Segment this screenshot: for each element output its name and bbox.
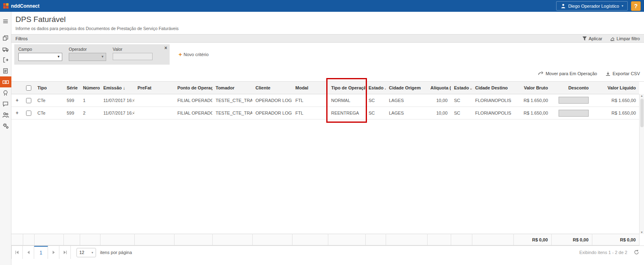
table-row[interactable]: + CTe 599 2 11/07/2017 16:48 FILIAL OPER… xyxy=(11,107,639,119)
remove-criteria-button[interactable]: × xyxy=(164,46,167,50)
select-all-header xyxy=(23,82,34,94)
scroll-up-icon[interactable]: ▲ xyxy=(640,94,643,97)
discount-input[interactable] xyxy=(559,110,589,117)
cell-desconto xyxy=(551,94,592,107)
cell-tomador: TESTE_CTE_TRANSP xyxy=(212,107,252,119)
scroll-down-icon[interactable]: ▼ xyxy=(640,231,643,234)
cell-cliente: OPERADOR LOGISTIC... xyxy=(252,107,292,119)
previous-page-button[interactable] xyxy=(23,246,34,259)
logout-icon[interactable] xyxy=(0,54,11,65)
operador-select[interactable]: ▼ xyxy=(69,53,106,61)
page-size-select[interactable]: 12 ▾ xyxy=(76,248,96,257)
export-csv-button[interactable]: Exportar CSV xyxy=(605,71,640,76)
certificate-icon[interactable] xyxy=(0,87,11,98)
cell-estado-destino: SC xyxy=(451,94,472,107)
column-prefat[interactable]: PreFat xyxy=(134,82,174,94)
brand-logo-icon xyxy=(3,3,9,9)
column-valor-bruto[interactable]: Valor Bruto xyxy=(513,82,551,94)
cell-valor-bruto: R$ 1.650,00 xyxy=(513,94,551,107)
clear-filter-button[interactable]: Limpar filtro xyxy=(610,36,640,41)
topbar: nddConnect Diego Operador Logístico ▾ ? xyxy=(0,0,644,12)
column-serie[interactable]: Série xyxy=(63,82,80,94)
select-arrow-icon: ▼ xyxy=(57,55,60,59)
truck-icon[interactable] xyxy=(0,43,11,54)
chat-icon[interactable] xyxy=(0,98,11,109)
pagination-bar: 1 12 ▾ itens por página Exibindo itens 1… xyxy=(11,245,644,259)
select-all-checkbox[interactable] xyxy=(26,85,31,91)
users-icon[interactable] xyxy=(0,109,11,120)
first-page-button[interactable] xyxy=(11,246,23,259)
expand-row-button[interactable]: + xyxy=(11,94,23,107)
campo-select[interactable]: ▼ xyxy=(18,53,62,61)
cell-ponto-operacao: FILIAL OPERADOR DI... xyxy=(174,94,212,107)
grid-empty-area xyxy=(11,119,644,234)
column-desconto[interactable]: Desconto xyxy=(551,82,592,94)
expand-row-button[interactable]: + xyxy=(11,107,23,119)
apply-filter-button[interactable]: Aplicar xyxy=(582,36,603,41)
cell-ponto-operacao: FILIAL OPERADOR DI... xyxy=(174,107,212,119)
row-select-cell xyxy=(23,94,34,107)
discount-input[interactable] xyxy=(559,97,589,104)
copy-icon[interactable] xyxy=(0,33,11,43)
page-number-button[interactable]: 1 xyxy=(34,246,48,259)
settings-icon[interactable] xyxy=(0,120,11,131)
move-icon xyxy=(538,71,544,76)
filters-bar: Filtros Aplicar Limpar filtro xyxy=(11,34,644,43)
row-checkbox[interactable] xyxy=(26,98,31,103)
campo-label: Campo xyxy=(18,47,62,52)
grid-body-table: + CTe 599 1 11/07/2017 16:48 FILIAL OPER… xyxy=(11,94,639,120)
cell-cidade-destino: FLORIANOPOLIS xyxy=(472,94,513,107)
column-tomador[interactable]: Tomador xyxy=(212,82,252,94)
valor-input[interactable] xyxy=(113,53,153,60)
row-checkbox[interactable] xyxy=(26,111,31,116)
plus-icon: + xyxy=(179,52,182,57)
column-ponto-operacao[interactable]: Ponto de Operação xyxy=(174,82,212,94)
funnel-icon xyxy=(582,36,587,41)
column-modal[interactable]: Modal xyxy=(292,82,328,94)
column-cliente[interactable]: Cliente xyxy=(252,82,292,94)
column-aliquota[interactable]: Alíquota (%) xyxy=(427,82,451,94)
refresh-icon xyxy=(634,250,639,255)
column-numero[interactable]: Número xyxy=(80,82,100,94)
campo-group: Campo ▼ xyxy=(18,47,62,65)
vertical-scrollbar[interactable]: ▲ ▼ xyxy=(639,94,644,234)
column-tipo[interactable]: Tipo xyxy=(34,82,63,94)
data-grid: Tipo Série Número Emissão ↓ PreFat Ponto… xyxy=(11,81,644,245)
cell-cidade-origem: LAGES xyxy=(386,94,427,107)
chevron-down-icon: ▾ xyxy=(622,4,623,8)
user-menu[interactable]: Diego Operador Logístico ▾ xyxy=(556,1,628,11)
menu-icon[interactable] xyxy=(0,16,11,27)
column-valor-liquido[interactable]: Valor Líquido xyxy=(592,82,639,94)
column-cidade-destino[interactable]: Cidade Destino xyxy=(472,82,513,94)
filters-title: Filtros xyxy=(15,36,28,41)
billing-icon[interactable] xyxy=(0,76,11,87)
move-to-operation-button[interactable]: Mover para Em Operação xyxy=(538,71,597,76)
last-page-button[interactable] xyxy=(59,246,71,259)
refresh-button[interactable] xyxy=(634,250,639,256)
cell-modal: FTL xyxy=(292,107,328,119)
sidebar xyxy=(0,12,11,265)
next-page-button[interactable] xyxy=(48,246,59,259)
cell-serie: 599 xyxy=(63,107,80,119)
cell-aliquota: 10,00 xyxy=(427,94,451,107)
column-estado-origem[interactable]: Estado ... xyxy=(365,82,386,94)
help-button[interactable]: ? xyxy=(631,1,641,11)
valor-label: Valor xyxy=(113,47,153,52)
new-criteria-button[interactable]: + Novo critério xyxy=(179,52,209,57)
scrollbar-thumb[interactable] xyxy=(640,99,644,127)
cell-cliente: OPERADOR LOGISTIC... xyxy=(252,94,292,107)
column-tipo-operacao[interactable]: Tipo de Operação xyxy=(328,82,365,94)
document-icon[interactable] xyxy=(0,65,11,76)
column-emissao[interactable]: Emissão ↓ xyxy=(100,82,134,94)
cell-tipo: CTe xyxy=(34,94,63,107)
column-estado-destino[interactable]: Estado ... xyxy=(451,82,472,94)
cell-desconto xyxy=(551,107,592,119)
chevron-down-icon: ▾ xyxy=(92,251,93,254)
main-content: DPS Faturável Informe os dados para pesq… xyxy=(11,12,644,265)
valor-group: Valor xyxy=(113,47,153,65)
eraser-icon xyxy=(610,36,615,41)
header-row: Tipo Série Número Emissão ↓ PreFat Ponto… xyxy=(11,82,639,94)
operador-label: Operador xyxy=(69,47,106,52)
table-row[interactable]: + CTe 599 1 11/07/2017 16:48 FILIAL OPER… xyxy=(11,94,639,107)
column-cidade-origem[interactable]: Cidade Origem xyxy=(386,82,427,94)
